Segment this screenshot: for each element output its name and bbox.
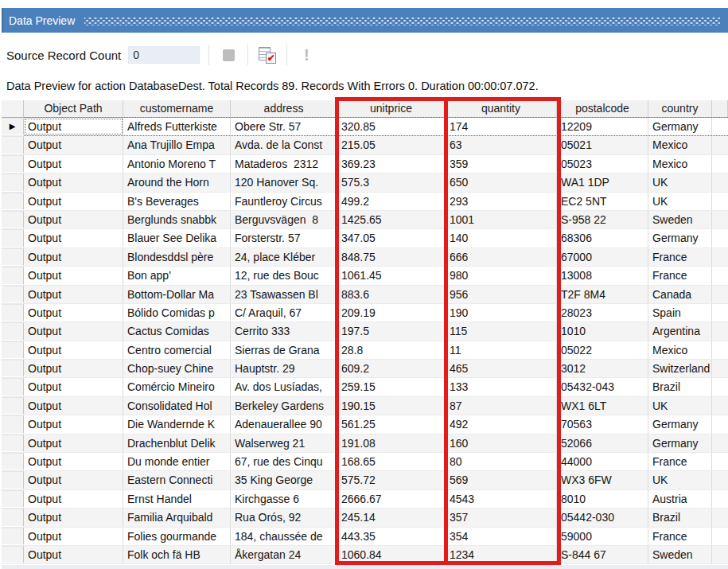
row-selector[interactable] bbox=[2, 490, 24, 508]
cell-address[interactable]: Kirchgasse 6 bbox=[231, 490, 337, 508]
table-row[interactable]: Output Around the Horn 120 Hanover Sq. 5… bbox=[2, 173, 728, 192]
cell-customername[interactable]: Ernst Handel bbox=[123, 490, 231, 508]
cell-customername[interactable]: Chop-suey Chine bbox=[123, 360, 231, 377]
cell-customername[interactable]: Bottom-Dollar Ma bbox=[123, 286, 231, 303]
cell-object-path[interactable]: Output bbox=[24, 341, 123, 359]
cell-object-path[interactable]: Output bbox=[24, 173, 123, 191]
cell-postalcode[interactable]: S-844 67 bbox=[557, 546, 648, 563]
cell-customername[interactable]: B's Beverages bbox=[123, 193, 231, 210]
panel-titlebar[interactable]: Data Preview bbox=[2, 8, 728, 33]
cell-unitprice[interactable]: 575.3 bbox=[337, 173, 446, 191]
cell-object-path[interactable]: Output bbox=[24, 304, 123, 322]
cell-object-path[interactable]: Output bbox=[24, 211, 123, 228]
cell-unitprice[interactable]: 1425.65 bbox=[337, 211, 446, 228]
cell-postalcode[interactable]: EC2 5NT bbox=[557, 193, 648, 210]
cell-country[interactable]: France bbox=[648, 248, 712, 266]
cell-quantity[interactable]: 190 bbox=[446, 304, 557, 322]
cell-postalcode[interactable]: 52066 bbox=[557, 435, 648, 452]
cell-country[interactable]: UK bbox=[648, 397, 712, 415]
cell-quantity[interactable]: 980 bbox=[446, 267, 557, 284]
stop-button[interactable] bbox=[218, 45, 239, 65]
row-selector[interactable] bbox=[2, 322, 24, 340]
column-header-object-path[interactable]: Object Path bbox=[24, 100, 123, 118]
cell-unitprice[interactable]: 369.23 bbox=[337, 155, 446, 173]
cell-quantity[interactable]: 63 bbox=[446, 136, 557, 154]
cell-object-path[interactable]: Output bbox=[24, 378, 123, 396]
cell-country[interactable]: Spain bbox=[648, 304, 712, 322]
cell-postalcode[interactable]: WX1 6LT bbox=[557, 397, 648, 415]
cell-country[interactable]: Canada bbox=[648, 286, 712, 303]
cell-quantity[interactable]: 160 bbox=[446, 435, 557, 452]
cell-customername[interactable]: Folies gourmande bbox=[123, 528, 231, 545]
cell-address[interactable]: Fauntleroy Circus bbox=[231, 193, 337, 210]
cell-postalcode[interactable]: 05023 bbox=[557, 155, 648, 173]
cell-customername[interactable]: Alfreds Futterkiste bbox=[123, 118, 231, 135]
cell-unitprice[interactable]: 215.05 bbox=[337, 136, 446, 154]
cell-unitprice[interactable]: 191.08 bbox=[337, 435, 446, 452]
cell-postalcode[interactable]: 44000 bbox=[557, 453, 648, 470]
cell-unitprice[interactable]: 320.85 bbox=[337, 118, 446, 135]
cell-postalcode[interactable]: 70563 bbox=[557, 415, 648, 433]
row-selector[interactable] bbox=[2, 193, 24, 210]
row-selector[interactable] bbox=[2, 397, 24, 415]
cell-address[interactable]: Berkeley Gardens bbox=[231, 397, 337, 415]
cell-address[interactable]: Berguvsvägen 8 bbox=[231, 211, 337, 228]
cell-address[interactable]: Hauptstr. 29 bbox=[231, 360, 337, 377]
cell-address[interactable]: 12, rue des Bouc bbox=[231, 267, 337, 284]
cell-unitprice[interactable]: 1061.45 bbox=[337, 267, 446, 284]
cell-quantity[interactable]: 11 bbox=[446, 341, 557, 359]
cell-object-path[interactable]: Output bbox=[24, 453, 123, 470]
column-header-customername[interactable]: customername bbox=[123, 100, 231, 118]
table-row[interactable]: Output Bon app' 12, rue des Bouc 1061.45… bbox=[2, 267, 728, 285]
cell-postalcode[interactable]: 67000 bbox=[557, 248, 648, 266]
cell-customername[interactable]: Drachenblut Delik bbox=[123, 435, 231, 452]
table-row[interactable]: Output Die Wandernde K Adenauerallee 90 … bbox=[2, 415, 728, 434]
cell-quantity[interactable]: 956 bbox=[446, 286, 557, 303]
cell-object-path[interactable]: Output bbox=[24, 435, 123, 452]
cell-country[interactable]: Switzerland bbox=[648, 360, 712, 377]
table-row[interactable]: Output Du monde entier 67, rue des Cinqu… bbox=[2, 453, 728, 471]
cell-address[interactable]: Obere Str. 57 bbox=[231, 118, 337, 135]
cell-address[interactable]: Mataderos 2312 bbox=[231, 155, 337, 173]
row-selector[interactable] bbox=[2, 286, 24, 303]
cell-object-path[interactable]: Output bbox=[24, 528, 123, 545]
cell-postalcode[interactable]: 05432-043 bbox=[557, 378, 648, 396]
cell-address[interactable]: 35 King George bbox=[231, 471, 337, 489]
table-row[interactable]: Output Blondesddsl père 24, place Kléber… bbox=[2, 248, 728, 267]
cell-unitprice[interactable]: 28.8 bbox=[337, 341, 446, 359]
row-selector[interactable] bbox=[2, 509, 24, 526]
cell-unitprice[interactable]: 883.6 bbox=[337, 286, 446, 303]
cell-postalcode[interactable]: 59000 bbox=[557, 528, 648, 545]
cell-unitprice[interactable]: 347.05 bbox=[337, 229, 446, 247]
cell-address[interactable]: Åkergatan 24 bbox=[231, 546, 337, 563]
row-selector[interactable] bbox=[2, 435, 24, 452]
cell-customername[interactable]: Antonio Moreno T bbox=[123, 155, 231, 173]
cell-customername[interactable]: Centro comercial bbox=[123, 341, 231, 359]
cell-quantity[interactable]: 1234 bbox=[446, 546, 557, 563]
table-row[interactable]: Output Consolidated Hol Berkeley Gardens… bbox=[2, 397, 728, 415]
cell-postalcode[interactable]: WA1 1DP bbox=[557, 173, 648, 191]
row-selector[interactable] bbox=[2, 453, 24, 470]
cell-address[interactable]: 23 Tsawassen Bl bbox=[231, 286, 337, 303]
table-row[interactable]: ▶ Output Alfreds Futterkiste Obere Str. … bbox=[2, 118, 728, 136]
table-row[interactable]: Output Chop-suey Chine Hauptstr. 29 609.… bbox=[2, 360, 728, 378]
cell-customername[interactable]: Familia Arquibald bbox=[123, 509, 231, 526]
row-selector[interactable] bbox=[2, 136, 24, 154]
cell-country[interactable]: UK bbox=[648, 173, 712, 191]
table-row[interactable]: Output B's Beverages Fauntleroy Circus 4… bbox=[2, 193, 728, 211]
row-selector[interactable] bbox=[2, 155, 24, 173]
cell-quantity[interactable]: 140 bbox=[446, 229, 557, 247]
cell-postalcode[interactable]: S-958 22 bbox=[557, 211, 648, 228]
cell-customername[interactable]: Bólido Comidas p bbox=[123, 304, 231, 322]
cell-quantity[interactable]: 80 bbox=[446, 453, 557, 470]
cell-quantity[interactable]: 4543 bbox=[446, 490, 557, 508]
cell-customername[interactable]: Bon app' bbox=[123, 267, 231, 284]
cell-country[interactable]: Sweden bbox=[648, 211, 712, 228]
cell-quantity[interactable]: 133 bbox=[446, 378, 557, 396]
cell-unitprice[interactable]: 499.2 bbox=[337, 193, 446, 210]
cell-object-path[interactable]: Output bbox=[24, 322, 123, 340]
cell-postalcode[interactable]: 68306 bbox=[557, 229, 648, 247]
cell-country[interactable]: Sweden bbox=[648, 546, 712, 563]
cell-customername[interactable]: Around the Horn bbox=[123, 173, 231, 191]
cell-customername[interactable]: Comércio Mineiro bbox=[123, 378, 231, 396]
